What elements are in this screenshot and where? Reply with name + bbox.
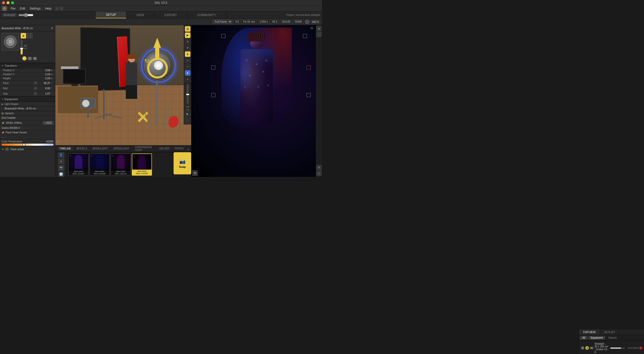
preview-hair — [248, 31, 265, 42]
flash-model-expand-icon: › — [21, 127, 22, 129]
flash-active-checkbox[interactable]: ✓ — [6, 148, 9, 151]
vrt-intensity-thumb[interactable] — [186, 94, 189, 95]
shot-2-star-icon[interactable]: ☆ — [91, 154, 93, 157]
shot-4-star-icon[interactable]: ☆ — [133, 155, 135, 158]
maximize-button[interactable] — [11, 1, 14, 4]
beauty-dish-thumbnail-icon — [4, 35, 17, 49]
vrt-zoom-button[interactable]: 🔍 — [185, 112, 190, 117]
move-icon[interactable]: ↔ — [27, 33, 32, 38]
vrt-intensity-slider[interactable] — [187, 84, 189, 104]
vrt-blue-button[interactable]: ■ — [185, 70, 190, 76]
tab-props[interactable]: PROPS — [172, 147, 186, 150]
flash-add-button[interactable]: + ADD — [43, 121, 54, 125]
panel-close-icon[interactable]: ✕ — [51, 26, 54, 30]
shot-1-star-icon[interactable]: ☆ — [69, 154, 72, 157]
yaw-reset-button[interactable]: ↺ — [33, 92, 37, 96]
menu-help[interactable]: Help — [43, 6, 53, 11]
tab-speedlight[interactable]: SPEEDLIGHT — [111, 147, 132, 150]
studiolight-slider[interactable] — [18, 13, 33, 17]
tab-setup[interactable]: SETUP — [96, 12, 126, 18]
pitch-reset-button[interactable]: ↺ — [33, 81, 37, 85]
nav-forward[interactable]: › — [60, 7, 63, 11]
viewport-collapse-left-icon[interactable]: « — [56, 139, 59, 144]
color-indicator[interactable] — [305, 20, 309, 24]
vrt-fullscreen-button[interactable]: ⛶ — [185, 118, 190, 124]
flash-model-value: Godox MS300-V — [2, 127, 20, 129]
variants-value-row[interactable]: Grid Outside › — [0, 116, 55, 120]
preview-camera-icon[interactable]: 📷 — [192, 170, 198, 176]
tab-continuous-light[interactable]: CONTINUOUS LIGHT — [132, 145, 156, 152]
vrt-grid-button[interactable]: ⊞ — [185, 39, 190, 44]
shot-thumb-3[interactable]: ☆ Shot-2024 0921-102114 — [111, 153, 131, 176]
equipment-section-header[interactable]: ▼ Equipment — [0, 96, 55, 102]
center-icon[interactable]: ⊕ — [21, 33, 26, 38]
preview-expand-icon[interactable]: ⛶ — [316, 32, 321, 37]
vrt-camera-button[interactable]: ◎ — [185, 58, 190, 63]
tab-models[interactable]: MODELS — [74, 147, 90, 150]
color-temp-slider[interactable] — [2, 144, 54, 146]
vrt-lightbulb-button[interactable]: ✦ — [185, 76, 190, 82]
light-shaper-value-row[interactable]: Beautydish White - Ø 56 cm › — [0, 106, 55, 111]
viewport-3d[interactable]: ↻ ✕ ⏻ ▶ ⊞ ⚙ ⊕ ◎ — [55, 25, 191, 145]
tl-chart-icon[interactable]: 📊 — [58, 172, 64, 177]
intensity-track[interactable] — [21, 40, 23, 55]
frame-select[interactable]: Full Frame — [213, 20, 232, 24]
shot-3-star-icon[interactable]: ☆ — [112, 154, 114, 157]
light-shaper-row[interactable]: ▶ Light Shaper — [0, 102, 55, 106]
tl-person-icon[interactable]: 👤 — [58, 152, 64, 158]
menu-file[interactable]: File — [9, 6, 17, 11]
vrt-move-button[interactable]: ⊕ — [185, 51, 190, 57]
pitch-value[interactable]: 55.37 — [37, 82, 50, 85]
shot-thumb-1[interactable]: ☆ Shot-2024 0921-101007 — [68, 153, 89, 176]
menu-edit[interactable]: Edit — [18, 6, 27, 11]
preview-settings-icon[interactable]: ⚙ — [316, 165, 321, 170]
tab-timeline[interactable]: TIMELINE — [57, 147, 73, 150]
flash-head-dots-row[interactable]: ... › — [0, 135, 55, 139]
panel-top: ⊕ ↔ 1/8 0.4 ⏻ S — [0, 31, 55, 63]
minimize-button[interactable] — [7, 1, 10, 4]
roll-reset-button[interactable]: ↺ — [33, 86, 37, 90]
gizmo-circle[interactable] — [147, 58, 168, 78]
preview-grid-icon[interactable]: ⊞ — [316, 26, 321, 31]
vrt-settings-button[interactable]: ⚙ — [185, 45, 190, 51]
a-button[interactable]: A — [33, 57, 37, 60]
vrt-play-button[interactable]: ▶ — [185, 32, 190, 38]
intensity-handle[interactable] — [20, 48, 23, 49]
vrt-a-button[interactable]: A — [185, 64, 190, 69]
color-temp-value: 6000K — [46, 140, 54, 143]
tab-view[interactable]: VIEW — [126, 12, 154, 18]
power-button[interactable]: ⏻ — [22, 56, 27, 61]
position-x-value[interactable]: 3.58 — [37, 69, 50, 72]
preview-sound-icon[interactable]: ◎ — [316, 171, 321, 176]
color-temp-thumb[interactable] — [22, 143, 25, 146]
timeline-expand-icon[interactable]: ⌄ — [187, 147, 190, 151]
backdrop-stand — [103, 89, 105, 120]
tl-camera-icon[interactable]: 📷 — [58, 165, 64, 171]
shot-thumb-4[interactable]: ☆ Shot-2024 0921-114253 — [132, 153, 152, 176]
position-y-value[interactable]: 2.23 — [37, 73, 50, 76]
transform-section-header[interactable]: ▼ Transform — [0, 63, 55, 68]
flash-model-row[interactable]: Godox MS300-V › — [0, 126, 55, 130]
tab-community[interactable]: COMMUNITY — [187, 12, 226, 18]
close-button[interactable] — [2, 1, 5, 4]
shot-2-id: Shot-2024 — [91, 170, 109, 173]
snap-button[interactable]: 📷 Snap — [174, 152, 191, 174]
height-unit: m — [51, 77, 54, 80]
shot-thumb-2[interactable]: ☆ Shot-2024 0921-101848 — [90, 153, 110, 176]
yaw-value[interactable]: 1.97 — [37, 92, 50, 95]
tl-layers-icon[interactable]: ⊕ — [58, 159, 64, 164]
camera-toolbar: Full Frame 4:3 Fix 55 mm 1/250 s f/6.3 I… — [0, 19, 322, 25]
tab-export[interactable]: EXPORT — [154, 12, 187, 18]
height-value[interactable]: 2.03 — [37, 77, 50, 80]
nav-back[interactable]: ‹ — [55, 7, 59, 11]
vrt-power-button[interactable]: ⏻ — [185, 26, 190, 32]
tab-helper[interactable]: HELPER — [157, 147, 172, 150]
panel-controls: ⊕ ↔ 1/8 0.4 ⏻ S — [21, 33, 54, 61]
project-label: Project: red-and-blue-striplight — [286, 14, 320, 16]
preview-head — [250, 35, 263, 49]
tab-monolight[interactable]: MONOLIGHT — [90, 147, 110, 150]
menu-settings[interactable]: Settings — [28, 6, 43, 11]
tool-buttons: ⊕ ↔ — [21, 33, 54, 38]
s-button[interactable]: S — [28, 57, 32, 60]
roll-value[interactable]: 0.00 — [37, 87, 50, 90]
